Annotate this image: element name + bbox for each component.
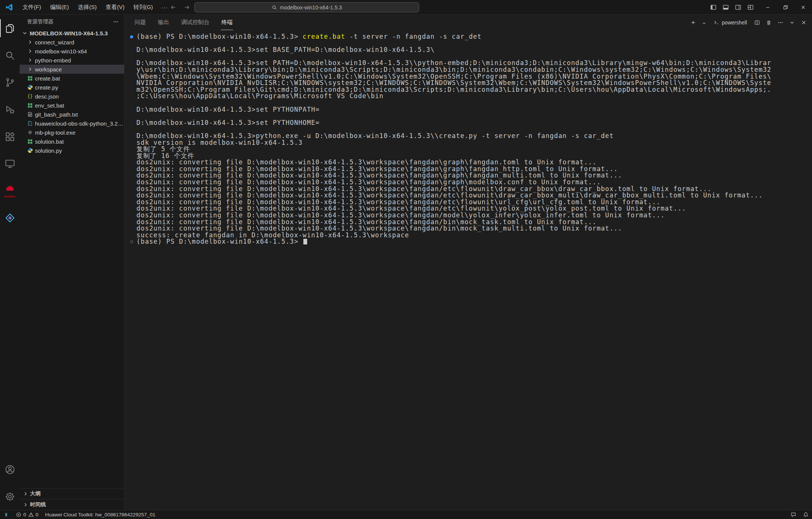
chevron-right-icon	[27, 48, 33, 54]
tree-item-modelbox-win10-x64[interactable]: modelbox-win10-x64	[20, 47, 124, 56]
activity-bar: HUAWEI	[0, 15, 20, 510]
menu-file[interactable]: 文件(F)	[18, 2, 45, 12]
toggle-panel-icon[interactable]	[723, 4, 729, 11]
menu-view[interactable]: 查看(V)	[101, 2, 129, 12]
menu-bar: 文件(F)编辑(E)选择(S)查看(V)转到(G)	[18, 0, 158, 14]
tree-item-git-bash-path-txt[interactable]: git_bash_path.txt	[20, 110, 124, 119]
activitybar-huawei-cloud-toolkit[interactable]	[0, 204, 20, 231]
kill-terminal-icon[interactable]	[766, 20, 772, 26]
command-decoration-filled[interactable]	[130, 35, 133, 38]
tree-item-env-set-bat[interactable]: env_set.bat	[20, 101, 124, 110]
toggle-secondary-sidebar-icon[interactable]	[735, 4, 741, 11]
terminal-line: D:\modelbox-win10-x64-1.5.3>set PYTHONPA…	[127, 106, 807, 113]
terminal-cursor	[303, 239, 307, 244]
new-terminal-icon[interactable]	[690, 20, 696, 26]
minimize-button[interactable]	[759, 0, 777, 15]
panel-size-chevron-icon[interactable]	[789, 20, 795, 26]
command-decoration-open[interactable]	[130, 240, 133, 243]
terminal-line: 复制了 5 个文件	[127, 146, 807, 153]
close-button[interactable]	[794, 0, 812, 15]
titlebar-controls	[705, 0, 812, 15]
extensions-icon	[5, 131, 15, 142]
customize-layout-icon[interactable]	[747, 4, 754, 11]
command-center-search[interactable]: modelbox-win10-x64-1.5.3	[194, 2, 419, 12]
terminal-text: (base) PS D:\modelbox-win10-x64-1.5.3>	[136, 238, 303, 245]
tree-item-mb-pkg-tool-exe[interactable]: mb-pkg-tool.exe	[20, 128, 124, 137]
split-terminal-icon[interactable]	[754, 20, 760, 26]
terminal-output[interactable]: (base) PS D:\modelbox-win10-x64-1.5.3> c…	[124, 30, 812, 510]
terminal-line: D:\modelbox-win10-x64-1.5.3>set PYTHONHO…	[127, 120, 807, 126]
remote-indicator[interactable]	[0, 510, 12, 519]
activity-spacer	[0, 231, 20, 456]
file-exe-icon	[27, 129, 33, 135]
activitybar-run-debug[interactable]	[0, 96, 20, 123]
sidebar-title: 资源管理器	[27, 18, 53, 25]
tree-item-huaweicloud-obs-sdk-python-3-22-2[interactable]: huaweicloud-obs-sdk-python_3.22.2...	[20, 119, 124, 128]
file-bat-icon	[27, 102, 33, 108]
panel-header: 问题输出调试控制台终端 powershell	[124, 15, 812, 30]
explorer-actions-icon[interactable]	[113, 19, 119, 25]
tree-item-create-bat[interactable]: create.bat	[20, 74, 124, 83]
tree-item-solution-py[interactable]: solution.py	[20, 146, 124, 155]
error-icon	[16, 512, 21, 517]
activitybar-search[interactable]	[0, 42, 20, 69]
terminal-profile-dropdown-icon[interactable]	[702, 20, 706, 25]
huawei-toolkit-status[interactable]: Huawei Cloud Toolkit: hw_008617864229257…	[42, 510, 159, 519]
tree-item-workspace[interactable]: workspace	[20, 65, 124, 74]
terminal-tab-powershell[interactable]: powershell	[712, 20, 748, 26]
restore-button[interactable]	[777, 0, 794, 15]
chevron-down-icon	[22, 30, 28, 36]
window-controls	[759, 0, 812, 15]
activitybar-files[interactable]	[0, 15, 20, 42]
feedback-status[interactable]	[787, 510, 800, 519]
menu-selection[interactable]: 选择(S)	[73, 2, 101, 12]
sidebar-section-outline[interactable]: 大纲	[20, 488, 124, 499]
back-icon[interactable]	[170, 4, 176, 11]
panel-tab-debug-console[interactable]: 调试控制台	[181, 15, 210, 30]
tree-item-python-embed[interactable]: python-embed	[20, 56, 124, 65]
chevron-right-icon	[27, 66, 33, 72]
activitybar-remote-explorer[interactable]	[0, 150, 20, 177]
panel-more-actions-icon[interactable]	[777, 20, 783, 26]
tree-item-desc-json[interactable]: {}desc.json	[20, 92, 124, 101]
sidebar-section-timeline[interactable]: 时间线	[20, 499, 124, 510]
menu-go[interactable]: 转到(G)	[129, 2, 158, 12]
close-panel-icon[interactable]	[801, 20, 807, 26]
chevron-right-icon	[27, 39, 33, 45]
terminal-text: D:\modelbox-win10-x64-1.5.3>set PYTHONPA…	[136, 106, 320, 113]
forward-icon[interactable]	[184, 4, 190, 11]
terminal-line: D:\modelbox-win10-x64-1.5.3>set BASE_PAT…	[127, 47, 807, 53]
run-debug-icon	[5, 104, 15, 115]
activitybar-extensions[interactable]	[0, 123, 20, 150]
account-icon	[5, 464, 15, 475]
terminal-text: -t server -n fangdan -s car_det	[345, 33, 482, 40]
file-bat-icon	[27, 138, 33, 144]
tree-item-solution-bat[interactable]: solution.bat	[20, 137, 124, 146]
bell-icon	[803, 512, 809, 517]
problems-status[interactable]: 0 0	[12, 510, 42, 519]
vscode-logo-icon	[0, 3, 18, 11]
file-archive-icon	[27, 120, 33, 126]
tree-item-create-py[interactable]: create.py	[20, 83, 124, 92]
activitybar-settings-gear[interactable]	[0, 483, 20, 510]
menu-edit[interactable]: 编辑(E)	[45, 2, 73, 12]
tree-root[interactable]: MODELBOX-WIN10-X64-1.5.3	[20, 29, 124, 38]
activitybar-source-control[interactable]	[0, 69, 20, 96]
tree-root-label: MODELBOX-WIN10-X64-1.5.3	[30, 30, 108, 36]
layout-controls	[705, 4, 759, 11]
activitybar-account[interactable]	[0, 456, 20, 483]
toggle-primary-sidebar-icon[interactable]	[710, 4, 717, 11]
terminal-line: (base) PS D:\modelbox-win10-x64-1.5.3>	[127, 238, 807, 245]
terminal-command-text: create.bat	[303, 33, 345, 40]
tree-item-label: create.py	[35, 84, 58, 91]
panel-tab-output[interactable]: 输出	[158, 15, 170, 30]
tree-item-connect-wizard[interactable]: connect_wizard	[20, 38, 124, 47]
tree-item-label: huaweicloud-obs-sdk-python_3.22.2...	[35, 120, 124, 127]
warning-icon	[28, 512, 34, 517]
huawei-icon	[5, 184, 15, 195]
activitybar-huawei[interactable]: HUAWEI	[0, 177, 20, 204]
panel-tab-problems[interactable]: 问题	[134, 15, 146, 30]
file-tree: MODELBOX-WIN10-X64-1.5.3connect_wizardmo…	[20, 29, 124, 155]
notifications-status[interactable]	[800, 510, 812, 519]
panel-tab-terminal[interactable]: 终端	[221, 15, 233, 30]
